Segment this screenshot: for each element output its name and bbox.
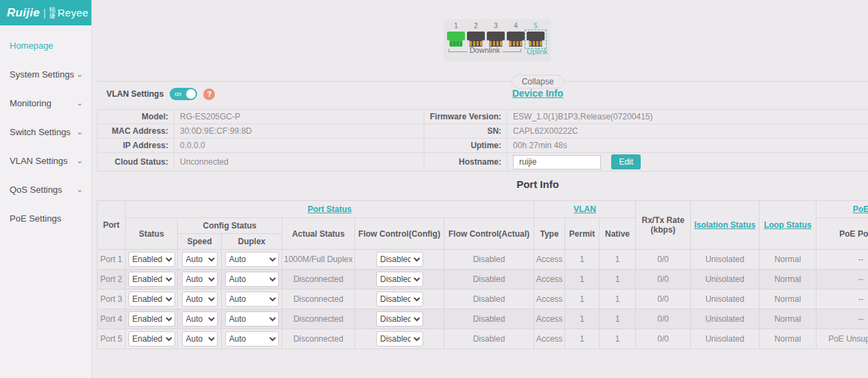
speed-select[interactable]: Auto bbox=[182, 292, 218, 307]
speed-select[interactable]: Auto bbox=[182, 272, 218, 287]
ip-value: 0.0.0.0 bbox=[174, 139, 424, 153]
sidebar-item-label: VLAN Settings bbox=[10, 156, 68, 166]
sidebar-item-switch-settings[interactable]: Switch Settings⌄ bbox=[0, 117, 91, 146]
vlan-permit-cell: 1 bbox=[565, 290, 599, 309]
port-number: 2 bbox=[467, 22, 485, 29]
speed-select[interactable]: Auto bbox=[182, 331, 218, 346]
downlink-label: Downlink bbox=[468, 47, 503, 54]
collapse-button[interactable]: Collapse bbox=[512, 75, 564, 88]
port-cell: Port 4 bbox=[98, 309, 126, 329]
sidebar-item-monitoring[interactable]: Monitoring⌄ bbox=[0, 88, 91, 117]
duplex-select[interactable]: Auto bbox=[225, 272, 279, 287]
sidebar-item-qos-settings[interactable]: QoS Settings⌄ bbox=[0, 175, 91, 204]
flow-control-select[interactable]: Disabled bbox=[376, 292, 423, 307]
firmware-label: Firmware Version: bbox=[424, 110, 507, 124]
vlan-permit-cell: 1 bbox=[565, 309, 599, 329]
port-icon[interactable]: 4 bbox=[507, 22, 525, 47]
cloud-status-value: Unconnected bbox=[174, 153, 424, 172]
mac-label: MAC Address: bbox=[98, 124, 174, 139]
vlan-settings-label: VLAN Settings bbox=[106, 89, 163, 99]
actual-status-cell: Disconnected bbox=[282, 309, 355, 329]
sidebar-item-vlan-settings[interactable]: VLAN Settings⌄ bbox=[0, 146, 91, 175]
sn-label: SN: bbox=[424, 124, 507, 139]
vlan-permit-cell: 1 bbox=[565, 329, 599, 349]
isolation-status-link[interactable]: Isolation Status bbox=[694, 220, 755, 230]
help-icon[interactable]: ? bbox=[203, 88, 215, 100]
reyee-logo-text: Reyee bbox=[58, 7, 89, 19]
port-number: 3 bbox=[487, 22, 505, 29]
col-header-fc-config: Flow Control(Config) bbox=[355, 218, 444, 250]
vlan-native-cell: 1 bbox=[599, 309, 636, 329]
sn-value: CAPL62X00222C bbox=[507, 124, 868, 139]
col-header-speed: Speed bbox=[178, 234, 222, 250]
uptime-label: Uptime: bbox=[424, 139, 507, 153]
loop-status-cell: Normal bbox=[760, 250, 816, 270]
loop-status-link[interactable]: Loop Status bbox=[764, 220, 811, 230]
vlan-native-cell: 1 bbox=[599, 290, 636, 309]
flow-control-select[interactable]: Disabled bbox=[376, 252, 423, 267]
vlan-settings-toggle[interactable]: on bbox=[170, 88, 197, 100]
vlan-permit-cell: 1 bbox=[565, 270, 599, 290]
loop-status-cell: Normal bbox=[760, 290, 816, 309]
duplex-select[interactable]: Auto bbox=[225, 311, 279, 327]
table-row: IP Address: 0.0.0.0 Uptime: 00h 27min 48… bbox=[98, 139, 868, 153]
port-icon[interactable]: 2 bbox=[467, 22, 485, 47]
chevron-down-icon: ⌄ bbox=[76, 128, 83, 135]
vlan-type-cell: Access bbox=[534, 290, 565, 309]
col-header-fc-actual: Flow Control(Actual) bbox=[444, 218, 534, 250]
status-select[interactable]: Enabled bbox=[128, 331, 175, 346]
duplex-select[interactable]: Auto bbox=[225, 331, 279, 346]
flow-control-actual-cell: Disabled bbox=[444, 250, 534, 270]
port-icon[interactable]: 3 bbox=[487, 22, 505, 47]
device-info-link[interactable]: Device Info bbox=[512, 88, 564, 99]
vlan-native-cell: 1 bbox=[599, 270, 636, 290]
reyee-cn-logo-text: 锐捷 bbox=[49, 7, 57, 19]
poe-power-cell: -- bbox=[816, 309, 868, 329]
actual-status-cell: 1000M/Full Duplex bbox=[282, 250, 355, 270]
duplex-select[interactable]: Auto bbox=[225, 252, 279, 267]
status-select[interactable]: Enabled bbox=[128, 252, 175, 267]
vlan-link[interactable]: VLAN bbox=[573, 204, 596, 214]
sidebar-item-label: QoS Settings bbox=[10, 185, 62, 195]
edit-button[interactable]: Edit bbox=[611, 154, 641, 169]
port-icon[interactable]: 1 bbox=[447, 22, 465, 47]
col-header-poe-power: PoE Power bbox=[816, 218, 868, 250]
sidebar-nav: HomepageSystem Settings⌄Monitoring⌄Switc… bbox=[0, 25, 91, 233]
speed-select[interactable]: Auto bbox=[182, 252, 218, 267]
table-row: Port 1EnabledAutoAuto1000M/Full DuplexDi… bbox=[98, 250, 868, 270]
status-select[interactable]: Enabled bbox=[128, 272, 175, 287]
table-row: Port 4EnabledAutoAutoDisconnectedDisable… bbox=[98, 309, 868, 329]
duplex-select[interactable]: Auto bbox=[225, 292, 279, 307]
vlan-native-cell: 1 bbox=[599, 329, 636, 349]
model-label: Model: bbox=[98, 110, 174, 124]
poe-link[interactable]: PoE bbox=[853, 204, 868, 214]
status-select[interactable]: Enabled bbox=[128, 311, 175, 327]
col-header-type: Type bbox=[534, 218, 565, 250]
speed-select[interactable]: Auto bbox=[182, 311, 218, 327]
uplink-label: Uplink bbox=[527, 47, 547, 56]
collapse-divider: Collapse bbox=[97, 81, 868, 82]
flow-control-select[interactable]: Disabled bbox=[376, 272, 423, 287]
hostname-input[interactable] bbox=[513, 155, 601, 169]
poe-power-cell: -- bbox=[816, 290, 868, 309]
isolation-cell: Unisolated bbox=[691, 250, 760, 270]
flow-control-select[interactable]: Disabled bbox=[376, 331, 423, 346]
flow-control-select[interactable]: Disabled bbox=[376, 311, 423, 327]
port-icon[interactable]: 5 bbox=[527, 22, 545, 47]
vlan-native-cell: 1 bbox=[599, 250, 636, 270]
sidebar-item-system-settings[interactable]: System Settings⌄ bbox=[0, 60, 91, 88]
chevron-down-icon: ⌄ bbox=[76, 71, 83, 78]
loop-status-cell: Normal bbox=[760, 270, 816, 290]
port-status-link[interactable]: Port Status bbox=[308, 204, 352, 214]
rj45-port-icon bbox=[447, 32, 465, 47]
port-number: 4 bbox=[507, 22, 525, 29]
sidebar-item-label: System Settings bbox=[10, 69, 74, 80]
status-select[interactable]: Enabled bbox=[128, 292, 175, 307]
rate-cell: 0/0 bbox=[636, 329, 691, 349]
col-header-permit: Permit bbox=[565, 218, 599, 250]
col-header-rate: Rx/Tx Rate (kbps) bbox=[636, 201, 691, 250]
port-cell: Port 1 bbox=[98, 250, 126, 270]
sidebar-item-homepage[interactable]: Homepage bbox=[0, 31, 91, 60]
sidebar-item-poe-settings[interactable]: PoE Settings bbox=[0, 204, 91, 233]
vlan-permit-cell: 1 bbox=[565, 250, 599, 270]
